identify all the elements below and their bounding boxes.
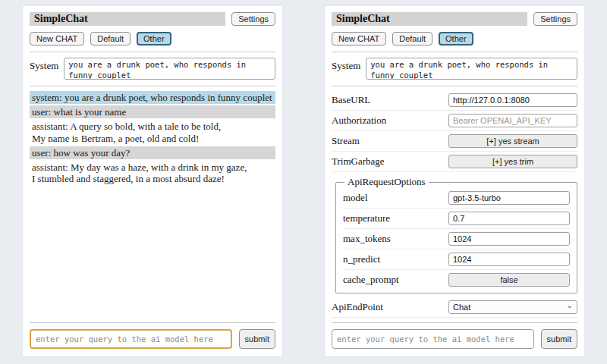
stream-toggle-button[interactable]: [+] yes stream <box>448 134 577 148</box>
settings-button[interactable]: Settings <box>533 12 577 26</box>
query-input[interactable] <box>332 329 534 349</box>
session-toolbar: New CHAT Default Other <box>30 32 275 46</box>
settings-label: temperature <box>343 212 390 224</box>
apiendpoint-selected-value: Chat <box>453 303 470 312</box>
settings-control <box>448 191 570 205</box>
app-title: SimpleChat <box>30 12 225 26</box>
system-prompt-input[interactable]: you are a drunk poet, who responds in fu… <box>366 58 577 80</box>
settings-control: [+] yes trim <box>448 155 577 168</box>
settings-row: TrimGarbage [+] yes trim <box>332 152 577 172</box>
new-chat-button[interactable]: New CHAT <box>30 32 84 46</box>
system-prompt-row: System you are a drunk poet, who respond… <box>332 58 577 80</box>
chevron-down-icon: ⌄ <box>567 303 573 309</box>
divider <box>332 86 577 86</box>
session-button-default[interactable]: Default <box>392 32 432 46</box>
settings-control: Chat⌄ <box>448 300 577 314</box>
settings-control <box>448 253 570 266</box>
settings-row: ChatHistoryInCtxt Last1⌄ <box>332 318 577 319</box>
authorization-input[interactable] <box>448 114 577 127</box>
submit-button[interactable]: submit <box>541 329 577 349</box>
query-row: submit <box>30 329 275 349</box>
session-toolbar: New CHAT Default Other <box>332 32 577 46</box>
settings-row: max_tokens <box>343 229 570 249</box>
session-button-other[interactable]: Other <box>137 32 171 46</box>
settings-control <box>448 232 570 246</box>
divider <box>332 52 577 52</box>
divider <box>30 52 275 52</box>
apiendpoint-select[interactable]: Chat⌄ <box>448 300 577 314</box>
settings-row: ApiEndPoint Chat⌄ <box>332 297 577 318</box>
max-tokens-input[interactable] <box>448 232 570 246</box>
divider <box>332 322 577 323</box>
temperature-input[interactable] <box>448 212 570 225</box>
settings-panel: SimpleChat Settings New CHAT Default Oth… <box>325 6 584 356</box>
baseurl-input[interactable] <box>448 93 577 107</box>
n-predict-input[interactable] <box>448 253 570 266</box>
settings-control: [+] yes stream <box>448 134 577 148</box>
settings-form: BaseURL Authorization Stream [+] yes str… <box>332 90 577 319</box>
settings-control <box>448 93 577 107</box>
app-page: SimpleChat Settings New CHAT Default Oth… <box>0 0 607 364</box>
settings-control: false <box>448 273 570 287</box>
settings-rows-top: BaseURL Authorization Stream [+] yes str… <box>332 90 577 172</box>
settings-rows-group: model temperature max_tokens n_predict c… <box>343 188 570 290</box>
system-prompt-label: System <box>30 58 58 72</box>
api-request-options-legend: ApiRequestOptions <box>344 176 429 188</box>
settings-label: TrimGarbage <box>332 155 385 168</box>
settings-label: BaseURL <box>332 94 370 106</box>
system-prompt-row: System you are a drunk poet, who respond… <box>30 58 275 80</box>
settings-control <box>448 114 577 127</box>
chat-header: SimpleChat Settings <box>30 12 275 26</box>
session-button-other[interactable]: Other <box>439 32 473 46</box>
settings-label: Stream <box>332 135 360 147</box>
new-chat-button[interactable]: New CHAT <box>332 32 386 46</box>
chat-message: user: what is your name <box>30 105 275 118</box>
chat-messages: system: you are a drunk poet, who respon… <box>30 91 275 319</box>
session-button-default[interactable]: Default <box>90 32 131 46</box>
settings-button[interactable]: Settings <box>231 12 275 26</box>
system-prompt-input[interactable]: you are a drunk poet, who responds in fu… <box>64 58 275 80</box>
submit-button[interactable]: submit <box>239 329 275 349</box>
chat-message: system: you are a drunk poet, who respon… <box>30 91 275 104</box>
settings-label: n_predict <box>343 253 380 265</box>
settings-row: temperature <box>343 209 570 229</box>
settings-label: ApiEndPoint <box>332 301 383 313</box>
settings-row: cache_prompt false <box>343 270 570 290</box>
trimgarbage-toggle-button[interactable]: [+] yes trim <box>448 155 577 168</box>
settings-rows-bottom: ApiEndPoint Chat⌄ ChatHistoryInCtxt Last… <box>332 297 577 319</box>
settings-row: BaseURL <box>332 90 577 111</box>
settings-label: cache_prompt <box>343 274 399 286</box>
settings-header: SimpleChat Settings <box>332 12 577 26</box>
divider <box>30 86 275 86</box>
app-title: SimpleChat <box>332 12 527 26</box>
settings-row: model <box>343 188 570 209</box>
chat-message: assistant: My day was a haze, with a dri… <box>30 161 275 185</box>
system-prompt-label: System <box>332 58 360 72</box>
settings-label: Authorization <box>332 115 386 127</box>
api-request-options-group: ApiRequestOptions model temperature max_… <box>335 176 577 293</box>
settings-row: Stream [+] yes stream <box>332 131 577 152</box>
query-row: submit <box>332 329 577 349</box>
divider <box>30 322 275 323</box>
settings-row: n_predict <box>343 249 570 270</box>
chat-message: assistant: A query so bold, with a tale … <box>30 120 275 144</box>
settings-label: max_tokens <box>343 233 391 245</box>
settings-label: model <box>343 192 368 204</box>
chat-panel: SimpleChat Settings New CHAT Default Oth… <box>23 6 282 356</box>
settings-row: Authorization <box>332 111 577 131</box>
settings-control <box>448 212 570 225</box>
model-input[interactable] <box>448 191 570 205</box>
cache-prompt-toggle-button[interactable]: false <box>448 273 570 287</box>
query-input[interactable] <box>30 329 232 349</box>
chat-message: user: how was your day? <box>30 146 275 159</box>
